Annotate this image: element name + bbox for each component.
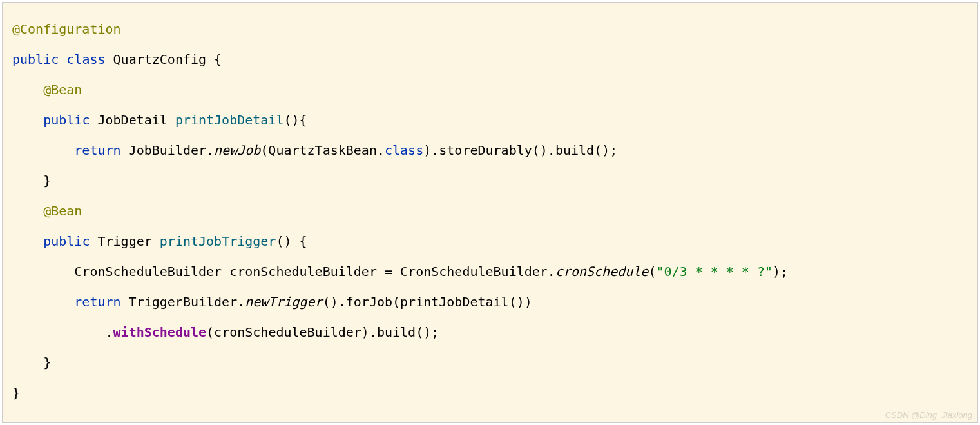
keyword-public: public (43, 233, 90, 249)
code-line-3: @Bean (12, 75, 977, 105)
code-block: @Configuration public class QuartzConfig… (2, 2, 978, 423)
expr: ().forJob(printJobDetail()) (323, 294, 532, 310)
code-line-7: @Bean (12, 196, 977, 226)
static-call: newTrigger (245, 294, 322, 310)
expr: (cronScheduleBuilder).build(); (206, 324, 439, 340)
brace-close: } (12, 385, 20, 400)
brace-close: } (12, 173, 51, 188)
expr: JobBuilder. (121, 143, 215, 158)
code-line-2: public class QuartzConfig { (12, 44, 977, 75)
code-line-6: } (12, 166, 977, 196)
expr: CronScheduleBuilder cronScheduleBuilder … (12, 264, 555, 279)
code-line-11: .withSchedule(cronScheduleBuilder).build… (12, 317, 977, 348)
method-name: printJobTrigger (160, 233, 276, 249)
expr: (QuartzTaskBean. (260, 143, 385, 158)
string-literal: "0/3 * * * * ?" (656, 264, 773, 279)
indent: . (12, 324, 113, 340)
indent (12, 112, 43, 128)
keyword-public: public (12, 52, 59, 67)
indent (12, 294, 74, 310)
static-call: newJob (214, 143, 260, 158)
parens: (){ (283, 112, 307, 128)
code-line-5: return JobBuilder.newJob(QuartzTaskBean.… (12, 135, 977, 166)
code-line-4: public JobDetail printJobDetail(){ (12, 105, 977, 135)
annotation: @Bean (43, 82, 82, 97)
brace-close: } (12, 355, 51, 370)
code-line-9: CronScheduleBuilder cronScheduleBuilder … (12, 257, 977, 287)
expr: TriggerBuilder. (121, 294, 245, 310)
return-type: JobDetail (90, 112, 175, 128)
keyword-public: public (43, 112, 90, 128)
expr: ).storeDurably().build(); (423, 143, 617, 158)
code-line-12: } (12, 348, 977, 378)
keyword-class-literal: class (385, 143, 423, 158)
space (59, 52, 66, 67)
indent (12, 203, 43, 219)
annotation: @Bean (43, 203, 82, 219)
code-line-1: @Configuration (12, 14, 977, 44)
parens: () { (276, 233, 307, 249)
code-line-13: } (12, 378, 977, 408)
keyword-return: return (74, 294, 120, 310)
indent (12, 143, 74, 158)
method-call-highlight: withSchedule (113, 324, 207, 340)
paren: ); (773, 264, 788, 279)
watermark: CSDN @Ding_Jiaxiong (885, 410, 972, 420)
indent (12, 82, 43, 97)
return-type: Trigger (90, 233, 159, 249)
static-call: cronSchedule (555, 264, 649, 279)
keyword-return: return (74, 143, 120, 158)
paren: ( (648, 264, 656, 279)
annotation: @Configuration (12, 21, 121, 37)
method-name: printJobDetail (175, 112, 284, 128)
code-line-10: return TriggerBuilder.newTrigger().forJo… (12, 287, 977, 317)
indent (12, 233, 43, 249)
code-line-8: public Trigger printJobTrigger() { (12, 226, 977, 257)
keyword-class: class (66, 52, 105, 67)
class-decl: QuartzConfig { (106, 52, 222, 67)
